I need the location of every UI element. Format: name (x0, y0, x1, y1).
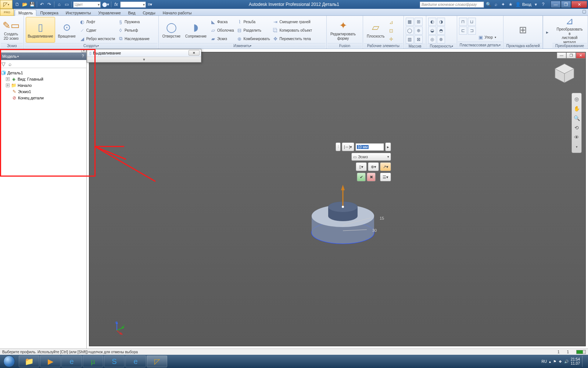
tab-manage[interactable]: Управление (94, 10, 124, 16)
browser-help-icon[interactable]: ? (80, 53, 86, 59)
qat-select-icon[interactable]: ▭ (63, 1, 70, 8)
hud-grip-icon[interactable]: ⋮ (336, 142, 341, 151)
thicken-button[interactable]: ▣Упор▾ (477, 33, 497, 41)
extrude-button[interactable]: ▯ Выдавливание (26, 17, 55, 43)
start-button[interactable] (0, 355, 18, 368)
favorite-icon[interactable]: ★ (508, 1, 513, 7)
edit-form-button[interactable]: ✦ Редактировать форму (329, 17, 358, 43)
ribbon-expand-icon[interactable]: ▢ (580, 9, 588, 15)
tab-model[interactable]: Модель (15, 10, 36, 16)
extrude-dialog[interactable]: ▯ Выдавливание ✕ ▼ (87, 49, 201, 63)
hud-profile-combo[interactable]: ▭Эскиз (351, 153, 391, 161)
tray-lang[interactable]: RU (542, 360, 547, 364)
ribbon-scroll-right[interactable]: ▸ (543, 16, 552, 49)
hud-distance-input[interactable]: 10 мм (355, 143, 384, 151)
panel-modify-label[interactable]: Изменить (159, 43, 326, 48)
doc-minimize-button[interactable]: — (557, 52, 566, 59)
split-button[interactable]: ⊟Разделить (236, 26, 271, 34)
hud-direction[interactable]: ↗▾ (380, 162, 391, 171)
work-axis-button[interactable]: ⊿ (388, 18, 395, 26)
qat-save-icon[interactable]: 💾 (29, 1, 35, 8)
qat-new-icon[interactable]: 🗋 (14, 1, 21, 8)
work-ucs-button[interactable]: ✛ (388, 35, 395, 43)
pattern-grid[interactable]: ▦⊞◯⊕▥⊠ (406, 17, 423, 43)
expand-icon[interactable]: + (6, 77, 10, 81)
help-icon[interactable]: ? (540, 1, 546, 7)
doc-close-button[interactable]: ✕ (576, 52, 585, 59)
filter-icon[interactable]: ▽ (1, 61, 6, 67)
taskbar-inventor[interactable]: ◸ (147, 355, 167, 367)
convert-sheet-button[interactable]: ⊿ Преобразовать в листовой металл (553, 17, 586, 43)
login-link[interactable]: Вход (522, 2, 531, 7)
revolve-button[interactable]: ⊙ Вращение (56, 17, 78, 43)
nav-zoom-icon[interactable]: 🔍 (573, 114, 580, 122)
tab-view[interactable]: Вид (125, 10, 139, 16)
nav-pan-icon[interactable]: ✋ (573, 105, 580, 112)
dialog-close-button[interactable]: ✕ (189, 50, 200, 56)
expand-icon[interactable]: + (6, 84, 10, 87)
qat-fx-combo[interactable] (120, 1, 146, 8)
tray-flag-icon[interactable]: ⚑ (553, 360, 556, 364)
nav-bar[interactable]: ◎ ✋ 🔍 ⟲ 👁 ▾ (571, 93, 582, 153)
show-desktop-button[interactable] (582, 356, 586, 367)
3d-viewport[interactable]: — ❐ ✕ ◎ ✋ 🔍 ⟲ 👁 ▾ ⋮ |↔|▾ (89, 52, 586, 346)
rib-button[interactable]: ◢Ребро жесткости (79, 35, 116, 43)
tray-volume-icon[interactable]: 🔊 (564, 360, 569, 364)
qat-home-icon[interactable]: ⌂ (56, 1, 62, 8)
derive-button[interactable]: ⧉Наследование (117, 35, 150, 43)
window-maximize-button[interactable]: ❐ (561, 1, 571, 8)
move-bodies-button[interactable]: ✥Переместить тела (272, 35, 313, 43)
sweep-button[interactable]: ⟋Сдвиг (79, 26, 116, 34)
panel-create-label[interactable]: Создать (25, 43, 157, 48)
tab-inspect[interactable]: Проверка (36, 10, 62, 16)
tray-network-icon[interactable]: ❖ (559, 360, 562, 364)
nav-wheel-icon[interactable]: ◎ (573, 95, 580, 103)
dialog-expand-toggle[interactable]: ▼ (87, 57, 201, 62)
hud-output-solid[interactable]: ▯▾ (356, 162, 367, 171)
help-dropdown-icon[interactable]: ▾ (533, 1, 539, 7)
loft-button[interactable]: ◐Лофт (79, 18, 116, 26)
hud-cancel-button[interactable]: ✖ (367, 173, 376, 181)
qat-color-combo[interactable]: Цвет (73, 1, 101, 8)
hud-spinner-icon[interactable]: ▸ (385, 142, 391, 151)
surface-grid[interactable]: ◐◑◒◓◎⊗ (428, 17, 445, 43)
tab-tools[interactable]: Инструменты (62, 10, 95, 16)
search-icon[interactable]: 🔍 (485, 1, 491, 7)
shell-button[interactable]: ▱Оболочка (209, 26, 235, 34)
panel-surface-label[interactable]: Поверхность (427, 44, 456, 48)
coil-button[interactable]: §Пружина (117, 18, 150, 26)
window-close-button[interactable]: ✕ (571, 1, 587, 8)
exchange-icon[interactable]: ✦ (500, 1, 506, 7)
tray-clock[interactable]: 21:5411.07 (571, 357, 580, 365)
qat-open-icon[interactable]: 📂 (21, 1, 28, 8)
viewcube[interactable] (553, 62, 576, 85)
sub-icon[interactable]: ⌕ (493, 1, 499, 7)
hole-button[interactable]: ◯ Отверстие (161, 17, 182, 43)
work-point-button[interactable]: ⊡ (388, 26, 395, 35)
hud-operation-join[interactable]: ⊕▾ (368, 162, 379, 171)
thread-button[interactable]: ⌇Резьба (236, 18, 271, 26)
qat-undo-icon[interactable]: ↶ (39, 1, 45, 8)
create-2d-sketch-button[interactable]: ✎▭ Создать 2D эскиз (2, 17, 20, 43)
find-icon[interactable]: ⌕ (8, 61, 11, 67)
chamfer-button[interactable]: ◣Фаска (209, 18, 235, 26)
taskbar-utorrent[interactable]: µ (83, 355, 103, 367)
tray-arrow-icon[interactable]: ▴ (549, 360, 551, 364)
copy-object-button[interactable]: ⿻Копировать объект (272, 26, 313, 34)
taskbar-ie2[interactable]: e (125, 355, 146, 367)
qat-material-icon[interactable]: ⬤▾ (101, 1, 110, 8)
tab-env[interactable]: Среды (139, 10, 159, 16)
nav-lookat-icon[interactable]: 👁 (573, 134, 580, 141)
tab-getstarted[interactable]: Начало работы (159, 10, 196, 16)
draft-button[interactable]: ▰Эскиз (209, 35, 235, 43)
face-offset-button[interactable]: ⇥Смещение граней (272, 18, 313, 26)
app-menu[interactable]: ◸▾ (0, 0, 12, 9)
qat-fx-icon[interactable]: fx (113, 1, 119, 8)
panel-plastic-label[interactable]: Пластмассовая деталь (458, 42, 503, 48)
hud-ok-button[interactable]: ✔ (357, 173, 366, 181)
taskbar-explorer[interactable]: 📁 (19, 355, 39, 367)
taskbar-skype[interactable]: S (104, 355, 125, 367)
qat-redo-icon[interactable]: ↷ (46, 1, 53, 8)
user-icon[interactable]: 👤 (515, 1, 521, 7)
plane-button[interactable]: ▱ Плоскость (365, 17, 387, 43)
